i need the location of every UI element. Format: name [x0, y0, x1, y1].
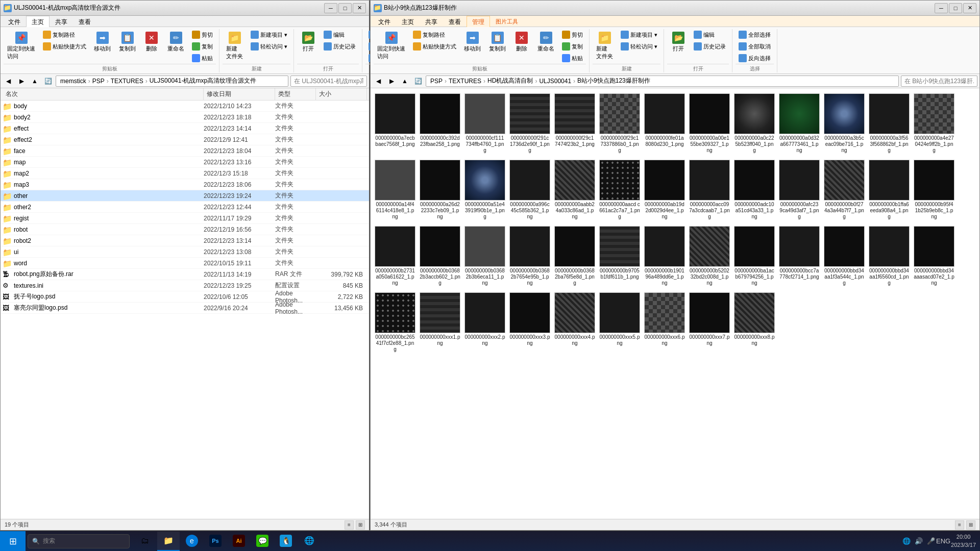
thumb-item[interactable]: 000000000bbd34aa1f3a544c_1.png [822, 223, 866, 289]
thumb-item[interactable]: 000000000acc097a3cdcaab7_1.png [688, 157, 731, 222]
left-copy-path-btn[interactable]: 复制路径 [40, 29, 89, 40]
left-address-path[interactable]: memstick › PSP › TEXTURES › ULJS00041-机战… [56, 76, 288, 87]
left-easy-access-btn[interactable]: 轻松访问 ▾ [248, 41, 290, 52]
left-cut-btn[interactable]: 剪切 [189, 29, 216, 40]
right-history-btn[interactable]: 历史记录 [691, 41, 729, 52]
right-select-none-btn[interactable]: 全部取消 [736, 41, 774, 52]
left-search-input[interactable] [290, 76, 367, 87]
left-minimize-btn[interactable]: ─ [324, 3, 337, 13]
path-memstick[interactable]: memstick [59, 78, 87, 85]
thumb-item[interactable]: 000000000xxx4.png [553, 290, 597, 355]
file-item[interactable]: 📁 map3 2022/12/23 18:06 文件夹 [1, 179, 369, 190]
thumb-item[interactable]: 000000000xxx1.png [418, 290, 462, 355]
right-path-textures[interactable]: TEXTURES [448, 78, 482, 85]
file-item[interactable]: 📁 face 2022/12/23 18:04 文件夹 [1, 145, 369, 157]
thumb-item[interactable]: 000000000bc26541f7cf2e88_1.png [373, 290, 417, 355]
right-forward-btn[interactable]: ▶ [386, 76, 397, 87]
thumb-item[interactable]: 000000000fe01a8080d230_1.png [643, 91, 687, 156]
right-path-hd[interactable]: HD机战高清自制 [486, 77, 534, 85]
thumb-item[interactable]: 000000000b03682b7654e95b_1.png [508, 223, 552, 289]
file-item[interactable]: 📁 map2 2022/12/3 15:18 文件夹 [1, 168, 369, 179]
thumb-item[interactable]: 000000000b2731a050a61622_1.png [373, 223, 417, 289]
tray-network-icon[interactable]: 🌐 [902, 537, 911, 546]
file-item[interactable]: 📁 other2 2022/12/23 12:44 文件夹 [1, 202, 369, 213]
col-date-header[interactable]: 修改日期 [204, 88, 275, 100]
thumb-item[interactable]: 000000000adc10a51cd43a33_1.png [732, 157, 776, 222]
right-pin-btn[interactable]: 📌 固定到快速访问 [374, 29, 409, 63]
thumb-item[interactable]: 000000000aacd c661ac2c7a7_1.png [598, 157, 642, 222]
thumb-item[interactable]: 000000000xxx5.png [598, 290, 642, 355]
thumb-item[interactable]: 000000000f291c1736d2e90f_1.png [508, 91, 552, 156]
right-detail-view-btn[interactable]: ≡ [955, 520, 964, 530]
left-pin-btn[interactable]: 📌 固定到快速访问 [4, 29, 39, 63]
left-edit-btn[interactable]: 编辑 [321, 29, 359, 40]
left-open-btn[interactable]: 📂 打开 [297, 29, 320, 55]
left-tab-share[interactable]: 共享 [50, 16, 73, 27]
thumb-item[interactable]: 000000000a3f563f568862bf_1.png [867, 91, 911, 156]
right-open-btn[interactable]: 📂 打开 [667, 29, 690, 55]
file-item[interactable]: 📁 other 2022/12/23 19:24 文件夹 [1, 190, 369, 202]
left-back-btn[interactable]: ◀ [3, 76, 14, 87]
thumb-item[interactable]: 000000000b9705b1fdf611b_1.png [598, 223, 642, 289]
thumb-item[interactable]: 000000000a51e43919f90b1e_1.png [463, 157, 507, 222]
thumb-item[interactable]: 000000000b03682b3b6eca11_1.png [463, 223, 507, 289]
file-item[interactable]: 📁 effect 2022/12/23 14:14 文件夹 [1, 123, 369, 134]
right-minimize-btn[interactable]: ─ [935, 3, 948, 13]
right-move-btn[interactable]: ➡ 移动到 [460, 29, 484, 55]
right-tab-file[interactable]: 文件 [373, 16, 396, 27]
tray-mic-icon[interactable]: 🎤 [926, 537, 936, 546]
file-item[interactable]: 🗜 robot.png原始备份.rar 2022/11/13 14:19 RAR… [1, 269, 369, 280]
thumb-item[interactable]: 000000000a14f46114c418e8_1.png [373, 157, 417, 222]
file-item[interactable]: 📁 body 2022/12/10 14:23 文件夹 [1, 101, 369, 112]
right-easy-access-btn[interactable]: 轻松访问 ▾ [618, 41, 660, 52]
left-close-btn[interactable]: ✕ [353, 3, 366, 13]
thumb-item[interactable]: 000000000b03682ba76f5e8d_1.png [553, 223, 597, 289]
left-refresh-btn[interactable]: 🔄 [42, 76, 54, 87]
right-refresh-btn[interactable]: 🔄 [412, 76, 424, 87]
file-item[interactable]: 📁 robot2 2022/12/23 13:14 文件夹 [1, 235, 369, 246]
col-name-header[interactable]: 名次 [3, 88, 204, 100]
taskbar-chrome-app[interactable]: 🌐 [298, 532, 321, 551]
thumb-item[interactable]: 000000000b95f41b25b9eb8c_1.png [912, 157, 956, 222]
right-new-item-btn[interactable]: 新建项目 ▾ [618, 29, 660, 40]
file-item[interactable]: 📁 effect2 2022/12/9 12:41 文件夹 [1, 134, 369, 145]
thumb-item[interactable]: 000000000b520232bd2c008d_1.png [688, 223, 731, 289]
thumb-item[interactable]: 000000000xxx8.png [732, 290, 776, 355]
thumb-item[interactable]: 000000000a0d32a667773461_1.png [777, 91, 821, 156]
thumb-item[interactable]: 000000000b0f274a3a44b7f7_1.png [822, 157, 866, 222]
right-clipboard-copy-btn[interactable]: 复制 [559, 41, 586, 52]
thumb-item[interactable]: 000000000b1ffa6eeda908a4_1.png [867, 157, 911, 222]
left-tab-file[interactable]: 文件 [3, 16, 26, 27]
right-paste-shortcut-btn[interactable]: 粘贴快捷方式 [410, 41, 459, 52]
right-paste-btn[interactable]: 粘贴 [559, 53, 586, 64]
thumb-item[interactable]: 000000000a26d22233c7eb09_1.png [418, 157, 462, 222]
right-tab-view[interactable]: 查看 [443, 16, 467, 27]
thumb-item[interactable]: 000000000f29c17474f23b2_1.png [553, 91, 597, 156]
right-path-folder[interactable]: B站小9快点跑123爆肝制作 [576, 77, 651, 85]
thumb-item[interactable]: 000000000afc239ca49d3af7_1.png [777, 157, 821, 222]
tray-volume-icon[interactable]: 🔊 [914, 537, 923, 546]
tray-clock[interactable]: 20:00 2023/3/17 [951, 533, 976, 549]
right-copy-path-btn[interactable]: 复制路径 [410, 29, 459, 40]
right-tab-image-tools[interactable]: 图片工具 [490, 16, 524, 27]
right-path-uljs[interactable]: ULJS00041 [538, 78, 572, 85]
start-button[interactable]: ⊞ [0, 531, 26, 552]
file-item[interactable]: 📁 ui 2022/12/23 13:08 文件夹 [1, 246, 369, 258]
left-move-btn[interactable]: ➡ 移动到 [90, 29, 114, 55]
thumb-item[interactable]: 000000000cf111734ffb4760_1.png [463, 91, 507, 156]
left-forward-btn[interactable]: ▶ [16, 76, 27, 87]
left-tab-home[interactable]: 主页 [26, 16, 50, 27]
right-invert-btn[interactable]: 反向选择 [736, 53, 774, 64]
left-up-btn[interactable]: ▲ [29, 76, 40, 87]
right-close-btn[interactable]: ✕ [963, 3, 976, 13]
left-new-item-btn[interactable]: 新建项目 ▾ [248, 29, 290, 40]
left-tab-view[interactable]: 查看 [73, 16, 96, 27]
right-cut-btn[interactable]: 剪切 [559, 29, 586, 40]
thumb-item[interactable]: 000000000b03682b3accb602_1.png [418, 223, 462, 289]
thumb-item[interactable]: 000000000xxx6.png [643, 290, 687, 355]
taskbar-explorer-app[interactable]: 📁 [157, 532, 180, 551]
left-clipboard-copy-btn[interactable]: 复制 [189, 41, 216, 52]
thumb-item[interactable]: 000000000bcc7a778cf2714_1.png [777, 223, 821, 289]
thumb-item[interactable]: 000000000xxx2.png [463, 290, 507, 355]
thumb-item[interactable]: 000000000a00e155be309327_1.png [688, 91, 731, 156]
